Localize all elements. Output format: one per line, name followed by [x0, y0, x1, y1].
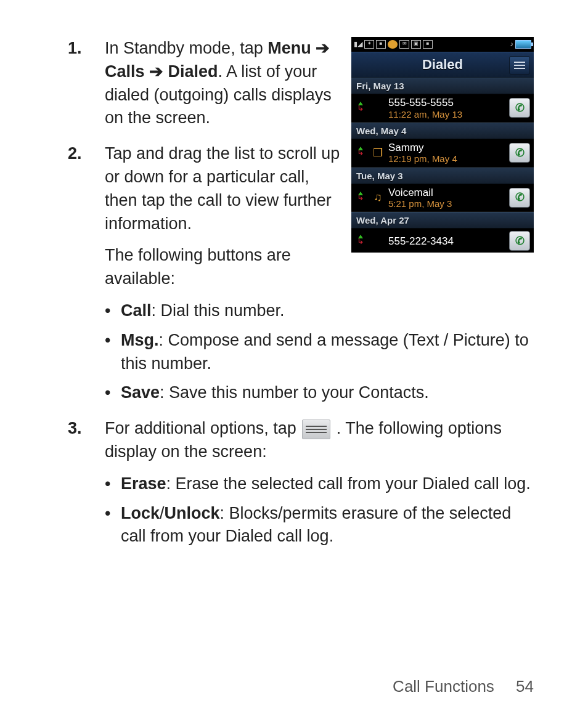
step-2: 2. Tap and drag the list to scroll up or…: [68, 142, 534, 405]
step-number: 1.: [68, 37, 82, 60]
page-number: 54: [516, 677, 534, 696]
step-text: The following buttons are available:: [105, 244, 534, 291]
step-text: Tap and drag the list to scroll up or do…: [105, 142, 534, 235]
step-number: 3.: [68, 417, 82, 440]
bullet-item: Msg.: Compose and send a message (Text /…: [105, 329, 534, 376]
bullet-item: Save: Save this number to your Contacts.: [105, 381, 534, 405]
bullet-item: Call: Dial this number.: [105, 299, 534, 323]
bullet-item: Lock/Unlock: Blocks/permits erasure of t…: [105, 502, 534, 549]
bullet-item: Erase: Erase the selected call from your…: [105, 473, 534, 496]
step-number: 2.: [68, 142, 82, 166]
step-3: 3. For additional options, tap . The fol…: [68, 417, 534, 548]
menu-icon: [302, 420, 330, 439]
section-name: Call Functions: [393, 677, 494, 696]
page-footer: Call Functions 54: [393, 675, 534, 697]
step-1: 1. In Standby mode, tap Menu ➔ Calls ➔ D…: [68, 37, 534, 130]
step-text: In Standby mode, tap Menu ➔ Calls ➔ Dial…: [105, 39, 332, 127]
step-text: For additional options, tap . The follow…: [105, 419, 502, 461]
